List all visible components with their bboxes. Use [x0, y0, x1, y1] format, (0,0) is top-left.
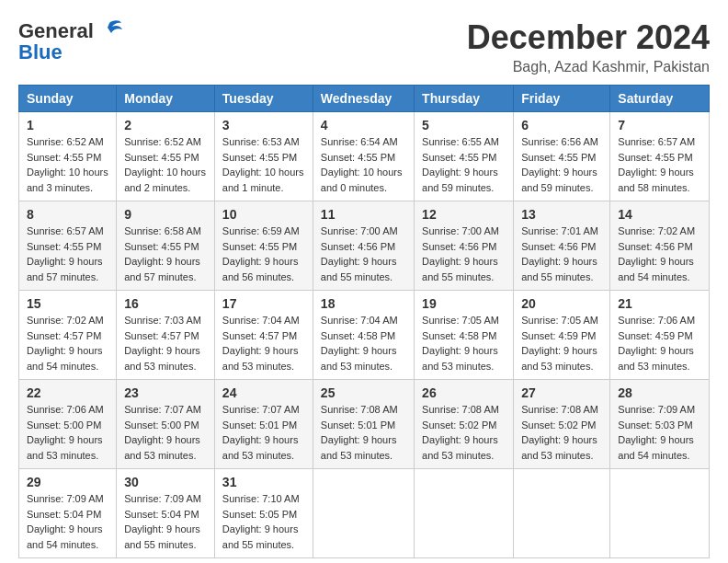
daylight-label: Daylight: 9 hours and 53 minutes.	[321, 434, 397, 461]
daylight-label: Daylight: 9 hours and 53 minutes.	[124, 345, 200, 372]
sunrise-label: Sunrise: 7:06 AM	[618, 315, 695, 326]
sunrise-label: Sunrise: 6:53 AM	[222, 136, 300, 147]
sunset-label: Sunset: 4:56 PM	[521, 241, 596, 252]
sunset-label: Sunset: 4:57 PM	[124, 330, 199, 341]
sunrise-label: Sunrise: 7:08 AM	[422, 404, 499, 415]
daylight-label: Daylight: 10 hours and 0 minutes.	[321, 167, 403, 193]
calendar-table: SundayMondayTuesdayWednesdayThursdayFrid…	[18, 85, 710, 558]
sunset-label: Sunset: 4:55 PM	[422, 152, 496, 163]
day-number: 31	[222, 475, 305, 489]
sunrise-label: Sunrise: 7:07 AM	[124, 404, 201, 415]
calendar-cell: 3 Sunrise: 6:53 AM Sunset: 4:55 PM Dayli…	[214, 112, 313, 201]
daylight-label: Daylight: 9 hours and 57 minutes.	[124, 256, 200, 282]
calendar-cell	[415, 469, 514, 558]
day-number: 29	[27, 475, 108, 489]
sunset-label: Sunset: 4:55 PM	[222, 152, 297, 163]
day-info: Sunrise: 7:04 AM Sunset: 4:58 PM Dayligh…	[321, 313, 406, 373]
calendar-cell: 7 Sunrise: 6:57 AM Sunset: 4:55 PM Dayli…	[610, 112, 710, 201]
day-info: Sunrise: 7:01 AM Sunset: 4:56 PM Dayligh…	[521, 224, 602, 284]
calendar-week-3: 15 Sunrise: 7:02 AM Sunset: 4:57 PM Dayl…	[19, 291, 710, 380]
daylight-label: Daylight: 9 hours and 55 minutes.	[521, 256, 597, 282]
calendar-cell: 10 Sunrise: 6:59 AM Sunset: 4:55 PM Dayl…	[214, 201, 313, 291]
sunrise-label: Sunrise: 7:04 AM	[321, 315, 398, 326]
sunrise-label: Sunrise: 6:59 AM	[222, 225, 300, 236]
calendar-week-4: 22 Sunrise: 7:06 AM Sunset: 5:00 PM Dayl…	[19, 380, 710, 469]
sunset-label: Sunset: 4:56 PM	[321, 241, 395, 252]
sunset-label: Sunset: 4:55 PM	[321, 152, 395, 163]
calendar-cell: 12 Sunrise: 7:00 AM Sunset: 4:56 PM Dayl…	[415, 201, 514, 291]
day-number: 24	[222, 385, 305, 400]
calendar-cell: 31 Sunrise: 7:10 AM Sunset: 5:05 PM Dayl…	[214, 469, 313, 558]
sunrise-label: Sunrise: 7:02 AM	[618, 225, 695, 236]
daylight-label: Daylight: 9 hours and 53 minutes.	[124, 434, 200, 461]
weekday-header-tuesday: Tuesday	[214, 86, 313, 112]
daylight-label: Daylight: 9 hours and 55 minutes.	[124, 523, 200, 550]
daylight-label: Daylight: 9 hours and 54 minutes.	[618, 434, 694, 461]
day-info: Sunrise: 6:54 AM Sunset: 4:55 PM Dayligh…	[321, 134, 406, 195]
weekday-header-thursday: Thursday	[415, 86, 514, 112]
daylight-label: Daylight: 9 hours and 53 minutes.	[321, 345, 397, 372]
sunset-label: Sunset: 5:03 PM	[618, 419, 692, 431]
day-info: Sunrise: 6:55 AM Sunset: 4:55 PM Dayligh…	[422, 134, 506, 195]
day-info: Sunrise: 7:08 AM Sunset: 5:02 PM Dayligh…	[422, 402, 506, 463]
calendar-cell: 22 Sunrise: 7:06 AM Sunset: 5:00 PM Dayl…	[19, 380, 117, 469]
daylight-label: Daylight: 9 hours and 58 minutes.	[618, 167, 694, 193]
calendar-cell: 21 Sunrise: 7:06 AM Sunset: 4:59 PM Dayl…	[610, 291, 710, 380]
daylight-label: Daylight: 9 hours and 59 minutes.	[521, 167, 597, 193]
daylight-label: Daylight: 9 hours and 53 minutes.	[222, 434, 299, 461]
sunset-label: Sunset: 5:04 PM	[124, 509, 199, 520]
day-number: 8	[27, 207, 108, 222]
calendar-cell: 28 Sunrise: 7:09 AM Sunset: 5:03 PM Dayl…	[610, 380, 710, 469]
day-info: Sunrise: 7:07 AM Sunset: 5:01 PM Dayligh…	[222, 402, 305, 463]
sunrise-label: Sunrise: 6:54 AM	[321, 136, 398, 147]
calendar-cell: 18 Sunrise: 7:04 AM Sunset: 4:58 PM Dayl…	[313, 291, 414, 380]
day-number: 14	[618, 207, 701, 222]
day-number: 12	[422, 207, 506, 222]
sunset-label: Sunset: 5:00 PM	[27, 419, 101, 431]
day-info: Sunrise: 7:02 AM Sunset: 4:57 PM Dayligh…	[27, 313, 108, 373]
sunrise-label: Sunrise: 7:04 AM	[222, 315, 300, 326]
day-info: Sunrise: 7:05 AM Sunset: 4:59 PM Dayligh…	[521, 313, 602, 373]
daylight-label: Daylight: 9 hours and 55 minutes.	[422, 256, 498, 282]
calendar-cell: 15 Sunrise: 7:02 AM Sunset: 4:57 PM Dayl…	[19, 291, 117, 380]
sunrise-label: Sunrise: 6:55 AM	[422, 136, 499, 147]
day-info: Sunrise: 7:00 AM Sunset: 4:56 PM Dayligh…	[321, 224, 406, 284]
day-number: 25	[321, 385, 406, 400]
day-number: 5	[422, 118, 506, 132]
sunrise-label: Sunrise: 7:05 AM	[521, 315, 598, 326]
sunset-label: Sunset: 5:02 PM	[422, 419, 496, 431]
weekday-header-friday: Friday	[514, 86, 610, 112]
daylight-label: Daylight: 9 hours and 54 minutes.	[27, 345, 103, 372]
calendar-cell: 29 Sunrise: 7:09 AM Sunset: 5:04 PM Dayl…	[19, 469, 117, 558]
day-info: Sunrise: 7:10 AM Sunset: 5:05 PM Dayligh…	[222, 491, 305, 552]
daylight-label: Daylight: 9 hours and 53 minutes.	[422, 345, 498, 372]
sunrise-label: Sunrise: 7:09 AM	[618, 404, 695, 415]
calendar-cell: 27 Sunrise: 7:08 AM Sunset: 5:02 PM Dayl…	[514, 380, 610, 469]
day-number: 21	[618, 296, 701, 311]
day-info: Sunrise: 7:09 AM Sunset: 5:04 PM Dayligh…	[27, 491, 108, 552]
sunset-label: Sunset: 4:55 PM	[521, 152, 596, 163]
day-info: Sunrise: 6:59 AM Sunset: 4:55 PM Dayligh…	[222, 224, 305, 284]
daylight-label: Daylight: 9 hours and 56 minutes.	[222, 256, 299, 282]
sunset-label: Sunset: 5:05 PM	[222, 509, 297, 520]
day-info: Sunrise: 7:02 AM Sunset: 4:56 PM Dayligh…	[618, 224, 701, 284]
sunset-label: Sunset: 4:58 PM	[321, 330, 395, 341]
daylight-label: Daylight: 9 hours and 59 minutes.	[422, 167, 498, 193]
day-number: 2	[124, 118, 207, 132]
sunset-label: Sunset: 5:02 PM	[521, 419, 596, 431]
sunset-label: Sunset: 5:01 PM	[222, 419, 297, 431]
day-info: Sunrise: 6:53 AM Sunset: 4:55 PM Dayligh…	[222, 134, 305, 195]
month-title: December 2024	[467, 18, 710, 57]
day-info: Sunrise: 6:57 AM Sunset: 4:55 PM Dayligh…	[618, 134, 701, 195]
day-number: 30	[124, 475, 207, 489]
calendar-cell: 9 Sunrise: 6:58 AM Sunset: 4:55 PM Dayli…	[117, 201, 215, 291]
daylight-label: Daylight: 9 hours and 57 minutes.	[27, 256, 103, 282]
calendar-cell	[313, 469, 414, 558]
day-info: Sunrise: 7:06 AM Sunset: 4:59 PM Dayligh…	[618, 313, 701, 373]
daylight-label: Daylight: 9 hours and 53 minutes.	[422, 434, 498, 461]
daylight-label: Daylight: 9 hours and 53 minutes.	[618, 345, 694, 372]
sunrise-label: Sunrise: 7:05 AM	[422, 315, 499, 326]
day-number: 15	[27, 296, 108, 311]
title-area: December 2024 Bagh, Azad Kashmir, Pakist…	[467, 18, 710, 75]
sunset-label: Sunset: 4:55 PM	[124, 241, 199, 252]
